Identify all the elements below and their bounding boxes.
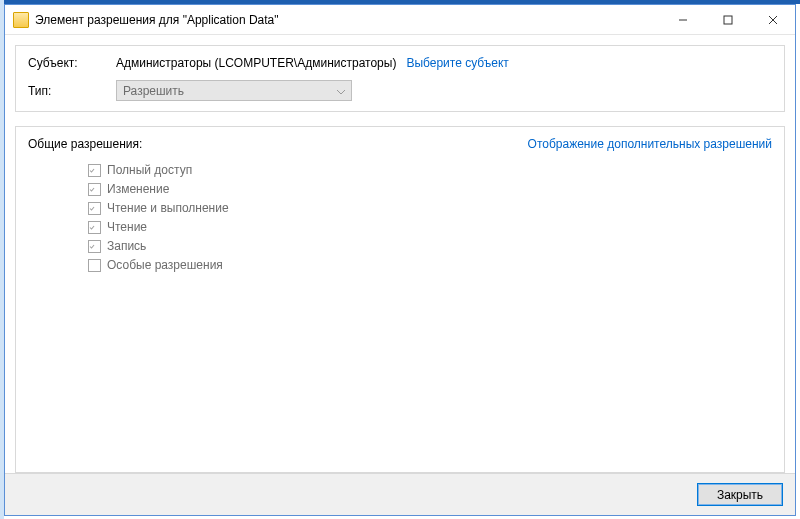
- titlebar[interactable]: Элемент разрешения для "Application Data…: [5, 5, 795, 35]
- type-label: Тип:: [28, 84, 116, 98]
- select-subject-link[interactable]: Выберите субъект: [406, 56, 508, 70]
- permission-label: Изменение: [107, 182, 169, 196]
- chevron-down-icon: [337, 84, 345, 98]
- folder-icon: [13, 12, 29, 28]
- permission-checkbox: [88, 221, 101, 234]
- permission-checkbox: [88, 240, 101, 253]
- window-title: Элемент разрешения для "Application Data…: [35, 13, 660, 27]
- advanced-permissions-link[interactable]: Отображение дополнительных разрешений: [528, 137, 772, 151]
- permission-checkbox: [88, 259, 101, 272]
- permission-label: Запись: [107, 239, 146, 253]
- minimize-button[interactable]: [660, 5, 705, 34]
- permission-item: Чтение и выполнение: [88, 199, 772, 217]
- subject-label: Субъект:: [28, 56, 116, 70]
- permission-checkbox: [88, 202, 101, 215]
- permission-label: Особые разрешения: [107, 258, 223, 272]
- close-button[interactable]: [750, 5, 795, 34]
- permissions-list: Полный доступИзменениеЧтение и выполнени…: [28, 157, 772, 274]
- dialog-footer: Закрыть: [5, 473, 795, 515]
- permission-item: Полный доступ: [88, 161, 772, 179]
- permission-checkbox: [88, 183, 101, 196]
- permission-item: Изменение: [88, 180, 772, 198]
- dialog-window: Элемент разрешения для "Application Data…: [4, 4, 796, 516]
- permissions-header: Общие разрешения: Отображение дополнител…: [28, 137, 772, 151]
- type-select: Разрешить: [116, 80, 352, 101]
- type-row: Тип: Разрешить: [28, 80, 772, 101]
- permission-label: Полный доступ: [107, 163, 192, 177]
- permission-item: Запись: [88, 237, 772, 255]
- maximize-button[interactable]: [705, 5, 750, 34]
- subject-row: Субъект: Администраторы (LCOMPUTER\Админ…: [28, 56, 772, 70]
- permissions-panel: Общие разрешения: Отображение дополнител…: [15, 126, 785, 473]
- permission-checkbox: [88, 164, 101, 177]
- principal-panel: Субъект: Администраторы (LCOMPUTER\Админ…: [15, 45, 785, 112]
- svg-rect-1: [724, 16, 732, 24]
- window-controls: [660, 5, 795, 34]
- permission-label: Чтение и выполнение: [107, 201, 229, 215]
- permission-item: Особые разрешения: [88, 256, 772, 274]
- type-select-value: Разрешить: [123, 84, 184, 98]
- close-dialog-button[interactable]: Закрыть: [697, 483, 783, 506]
- subject-principal: Администраторы (LCOMPUTER\Администраторы…: [116, 56, 396, 70]
- content-area: Субъект: Администраторы (LCOMPUTER\Админ…: [5, 35, 795, 473]
- permissions-title: Общие разрешения:: [28, 137, 142, 151]
- permission-label: Чтение: [107, 220, 147, 234]
- permission-item: Чтение: [88, 218, 772, 236]
